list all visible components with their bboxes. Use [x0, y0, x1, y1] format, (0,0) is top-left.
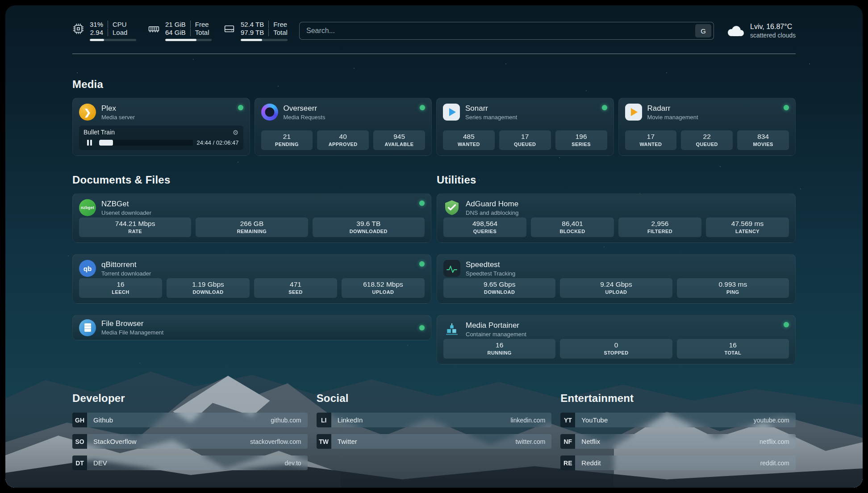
background-stars: [5, 5, 6, 6]
pause-icon[interactable]: [83, 139, 95, 146]
stat-label: REMAINING: [197, 229, 306, 234]
bookmark-name: StackOverflow: [93, 438, 137, 445]
adguard-shield-icon: [443, 199, 460, 216]
bookmark-url: netflix.com: [760, 438, 789, 445]
bookmark-link[interactable]: TW Twitter twitter.com: [317, 434, 552, 449]
speedtest-card[interactable]: Speedtest Speedtest Tracking 9.65 Gbps D…: [437, 254, 796, 304]
stat-box: 0 STOPPED: [560, 339, 672, 359]
bookmark-abbr-badge: TW: [317, 434, 331, 449]
search-engine-button[interactable]: G: [695, 24, 711, 38]
portainer-status-dot: [784, 322, 789, 327]
weather-condition: scattered clouds: [750, 32, 796, 39]
bookmark-abbr-badge: RE: [560, 455, 575, 470]
bookmark-link[interactable]: YT YouTube youtube.com: [560, 413, 796, 427]
plex-icon: ❯: [79, 104, 96, 121]
stat-value: 618.52 Mbps: [343, 280, 423, 288]
portainer-stats: 16 RUNNING 0 STOPPED: [443, 339, 789, 359]
stat-label: BLOCKED: [533, 229, 612, 234]
stat-value: 485: [445, 133, 493, 141]
social-bookmark-list: LI LinkedIn linkedin.com TW Twitter twit…: [317, 413, 552, 449]
qbittorrent-card[interactable]: qb qBittorrent Torrent downloader: [72, 254, 431, 304]
sonarr-card[interactable]: Sonarr Series management 485 WANTED: [436, 98, 614, 156]
adguard-card[interactable]: AdGuard Home DNS and adblocking 498,564 …: [437, 193, 796, 243]
radarr-title: Radarr: [647, 104, 698, 113]
overseerr-stats: 21 PENDING 40 APPROVED 945: [261, 130, 426, 150]
cpu-label-top: CPU: [108, 21, 127, 28]
section-title-entertainment: Entertainment: [560, 392, 796, 405]
plex-card[interactable]: ❯ Plex Media server Bullet Train ⚙: [72, 98, 250, 156]
adguard-subtitle: DNS and adblocking: [466, 209, 519, 216]
overseerr-title: Overseerr: [284, 104, 326, 113]
stat-box: 21 PENDING: [261, 130, 313, 150]
stat-box: 47.569 ms LATENCY: [706, 217, 789, 237]
bookmark-name: YouTube: [581, 416, 608, 424]
middle-columns: Documents & Files nzbget NZBGet Usenet d…: [72, 174, 796, 364]
stat-label: SERIES: [557, 142, 605, 147]
stat-box: 266 GB REMAINING: [196, 217, 308, 237]
ram-icon: [148, 23, 160, 35]
bookmark-name: LinkedIn: [338, 416, 363, 424]
stat-box: 17 WANTED: [625, 130, 677, 150]
speedtest-subtitle: Speedtest Tracking: [466, 270, 515, 277]
sonarr-subtitle: Series management: [465, 114, 517, 121]
portainer-card[interactable]: Media Portainer Container management 16 …: [437, 315, 796, 364]
stat-box: 2,956 FILTERED: [618, 217, 701, 237]
stat-value: 9.24 Gbps: [562, 280, 670, 288]
radarr-icon: [625, 104, 642, 121]
stat-value: 9.65 Gbps: [445, 280, 554, 288]
overseerr-subtitle: Media Requests: [284, 114, 326, 121]
weather-text: Lviv, 16.87°C scattered clouds: [750, 23, 796, 39]
stat-value: 16: [81, 280, 160, 288]
gear-icon[interactable]: ⚙: [233, 129, 238, 136]
bookmark-link[interactable]: GH Github github.com: [72, 413, 308, 427]
ram-total-value: 64 GiB: [165, 29, 190, 36]
plex-subtitle: Media server: [101, 114, 135, 121]
radarr-subtitle: Movie management: [647, 114, 698, 121]
bookmark-link[interactable]: RE Reddit reddit.com: [560, 455, 796, 470]
bookmark-url: twitter.com: [515, 438, 545, 445]
radarr-card[interactable]: Radarr Movie management 17 WANTED: [618, 98, 796, 156]
speedtest-stats: 9.65 Gbps DOWNLOAD 9.24 Gbps UPLOAD: [443, 278, 789, 298]
stat-value: 744.21 Mbps: [81, 220, 189, 228]
radarr-status-dot: [784, 105, 789, 110]
disk-label-top: Free: [268, 21, 288, 28]
stat-label: RATE: [81, 229, 189, 234]
plex-title: Plex: [101, 104, 135, 113]
bookmarks-section: Developer GH Github github.com SO Stac: [72, 392, 796, 470]
adguard-stats: 498,564 QUERIES 86,401 BLOCKED: [443, 217, 789, 237]
overseerr-icon: [261, 104, 278, 121]
playback-progress-bar[interactable]: [99, 140, 193, 146]
stat-value: 17: [627, 133, 675, 141]
portainer-subtitle: Container management: [466, 331, 526, 338]
nzbget-status-dot: [419, 201, 425, 206]
stat-box: 16 TOTAL: [677, 339, 789, 359]
stat-label: WANTED: [445, 142, 493, 147]
playback-progress-fill: [99, 140, 113, 146]
stat-box: 16 LEECH: [79, 278, 162, 298]
stat-value: 47.569 ms: [708, 220, 787, 228]
weather-widget[interactable]: Lviv, 16.87°C scattered clouds: [726, 23, 796, 39]
search-bar[interactable]: G: [299, 22, 714, 40]
stat-label: STOPPED: [562, 350, 670, 355]
bookmark-link[interactable]: SO StackOverflow stackoverflow.com: [72, 434, 308, 449]
nzbget-card[interactable]: nzbget NZBGet Usenet downloader: [72, 193, 431, 243]
section-title-media: Media: [72, 78, 796, 91]
cpu-label-bottom: Load: [108, 29, 127, 36]
stat-box: 17 QUEUED: [499, 130, 551, 150]
search-input[interactable]: [306, 27, 695, 35]
bookmark-group-social: Social LI LinkedIn linkedin.com TW Twi: [317, 392, 552, 470]
cpu-usage-bar: [90, 39, 136, 41]
overseerr-card[interactable]: Overseerr Media Requests 21 PENDING: [255, 98, 432, 156]
filebrowser-card[interactable]: File Browser Media File Management: [72, 315, 431, 340]
filebrowser-title: File Browser: [101, 319, 163, 328]
stat-value: 196: [557, 133, 605, 141]
bookmark-link[interactable]: NF Netflix netflix.com: [560, 434, 796, 449]
bookmark-abbr-badge: LI: [317, 413, 331, 427]
bookmark-link[interactable]: LI LinkedIn linkedin.com: [317, 413, 552, 427]
stat-value: 2,956: [620, 220, 700, 228]
qbittorrent-status-dot: [419, 261, 425, 267]
stat-box: 744.21 Mbps RATE: [79, 217, 191, 237]
bookmark-link[interactable]: DT DEV dev.to: [72, 455, 308, 470]
speedtest-icon: [443, 260, 460, 277]
stat-label: MOVIES: [739, 142, 787, 147]
